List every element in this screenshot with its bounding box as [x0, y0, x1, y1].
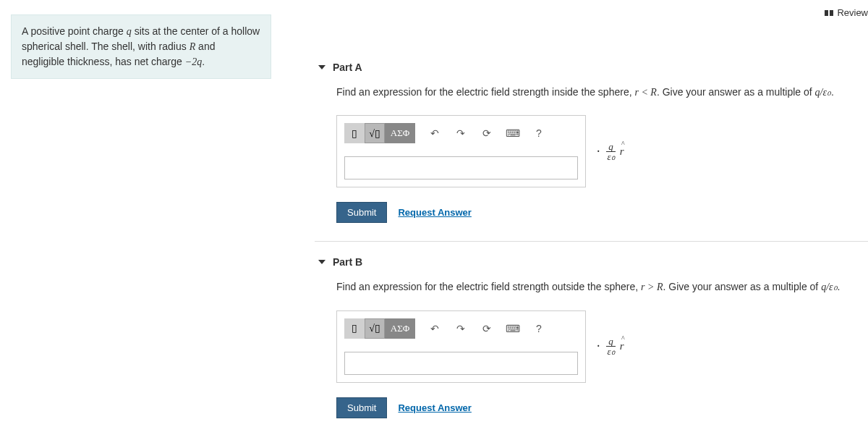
- part-b-toolbar: ▯ √▯ ΑΣΦ ↶ ↷ ⟳ ⌨ ?: [344, 318, 578, 339]
- problem-panel: A positive point charge q sits at the ce…: [0, 0, 282, 426]
- part-a-header[interactable]: Part A: [318, 62, 868, 73]
- problem-text-1: A positive point charge: [22, 25, 127, 37]
- reset-icon[interactable]: ⟳: [480, 127, 493, 140]
- redo-icon[interactable]: ↷: [454, 322, 467, 335]
- part-b-answer-area: ▯ √▯ ΑΣΦ ↶ ↷ ⟳ ⌨ ? · qε₀ r: [336, 310, 868, 383]
- top-bar: Review: [825, 7, 868, 18]
- problem-var-q: q: [127, 26, 132, 37]
- review-link[interactable]: Review: [837, 7, 868, 18]
- problem-charge: −2q: [185, 56, 202, 67]
- undo-icon[interactable]: ↶: [428, 127, 441, 140]
- part-b-unit: · qε₀ r: [597, 337, 624, 356]
- redo-icon[interactable]: ↷: [454, 127, 467, 140]
- problem-statement: A positive point charge q sits at the ce…: [11, 14, 271, 79]
- part-b-prompt: Find an expression for the electric fiel…: [336, 279, 868, 295]
- part-b-actions: Submit Request Answer: [336, 397, 868, 418]
- templates-button[interactable]: ▯: [344, 123, 365, 143]
- part-a-toolbar: ▯ √▯ ΑΣΦ ↶ ↷ ⟳ ⌨ ?: [344, 123, 578, 143]
- part-a-prompt: Find an expression for the electric fiel…: [336, 84, 868, 101]
- greek-button[interactable]: ΑΣΦ: [385, 123, 415, 143]
- review-icon: [825, 10, 833, 16]
- part-b-request-answer-link[interactable]: Request Answer: [398, 402, 471, 413]
- part-a-unit: · qε₀ r: [597, 142, 624, 161]
- part-b-answer-box: ▯ √▯ ΑΣΦ ↶ ↷ ⟳ ⌨ ?: [336, 310, 586, 383]
- keyboard-icon[interactable]: ⌨: [506, 127, 519, 140]
- problem-text-4: .: [202, 56, 205, 67]
- sqrt-button[interactable]: √▯: [365, 318, 385, 339]
- templates-button[interactable]: ▯: [344, 318, 365, 339]
- part-a-request-answer-link[interactable]: Request Answer: [398, 207, 471, 218]
- part-a-title: Part A: [333, 62, 362, 73]
- help-icon[interactable]: ?: [532, 322, 545, 335]
- part-a-actions: Submit Request Answer: [336, 202, 868, 223]
- undo-icon[interactable]: ↶: [428, 322, 441, 335]
- part-b-submit-button[interactable]: Submit: [336, 397, 387, 418]
- keyboard-icon[interactable]: ⌨: [506, 322, 519, 335]
- caret-down-icon: [318, 260, 326, 264]
- answer-panel: Review Part A Find an expression for the…: [282, 0, 868, 426]
- help-icon[interactable]: ?: [532, 127, 545, 140]
- part-a-input[interactable]: [344, 156, 578, 179]
- part-a-submit-button[interactable]: Submit: [336, 202, 387, 223]
- sqrt-button[interactable]: √▯: [365, 123, 385, 143]
- part-b-title: Part B: [333, 256, 362, 268]
- section-divider: [315, 241, 868, 242]
- reset-icon[interactable]: ⟳: [480, 322, 493, 335]
- problem-var-r: R: [190, 41, 196, 52]
- greek-button[interactable]: ΑΣΦ: [385, 318, 415, 339]
- part-a-answer-box: ▯ √▯ ΑΣΦ ↶ ↷ ⟳ ⌨ ?: [336, 115, 586, 187]
- part-b-header[interactable]: Part B: [318, 256, 868, 268]
- part-a-answer-area: ▯ √▯ ΑΣΦ ↶ ↷ ⟳ ⌨ ? · qε₀ r: [336, 115, 868, 187]
- caret-down-icon: [318, 65, 326, 69]
- part-b-input[interactable]: [344, 352, 578, 375]
